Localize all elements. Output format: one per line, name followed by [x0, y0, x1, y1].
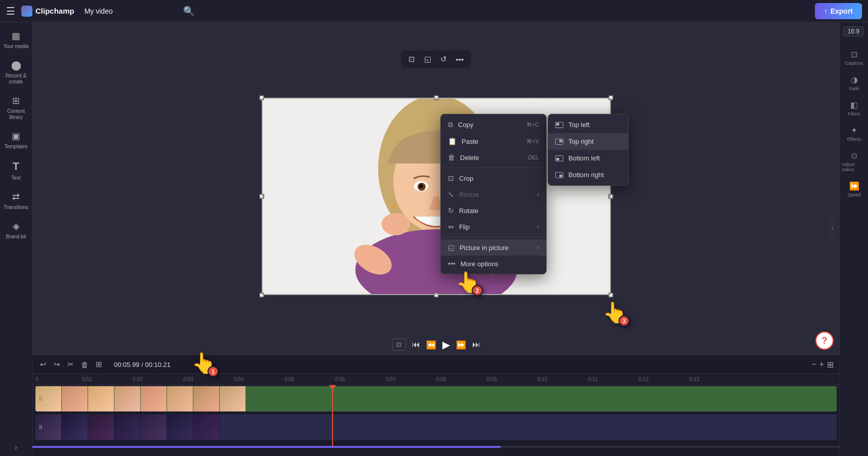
collapse-button[interactable]: ‹	[829, 218, 837, 238]
pip-tl-icon	[555, 122, 563, 128]
handle-right-middle[interactable]	[608, 194, 613, 199]
redo-button[interactable]: ↪	[52, 358, 62, 370]
pip-label: Picture in picture	[460, 244, 509, 252]
sidebar-item-content-library[interactable]: ⊞ Content library	[1, 91, 31, 125]
topbar: ☰ Clipchamp 🔍 ↑ Export	[0, 0, 868, 22]
rewind-button[interactable]: ⏪	[426, 340, 436, 350]
delete-clip-button[interactable]: 🗑	[79, 359, 90, 370]
handle-bottom-right[interactable]	[608, 293, 613, 298]
clip-dark[interactable]: ⏸	[35, 414, 837, 440]
skip-forward-button[interactable]: ⏭	[472, 340, 480, 349]
fade-icon: ◑	[851, 75, 858, 85]
undo-button[interactable]: ↩	[38, 358, 48, 370]
zoom-fit-button[interactable]: ⊞	[827, 360, 834, 369]
ruler-mark-4: 0:04	[234, 377, 243, 382]
video-title-input[interactable]	[80, 5, 177, 17]
rp-item-speed[interactable]: ⏩ Speed	[841, 177, 867, 201]
context-menu-resize: ⤡ Resize ›	[441, 186, 546, 202]
pip-bottom-right[interactable]: Bottom right	[548, 167, 628, 183]
progress-fill	[32, 446, 501, 448]
pip-arrow: ›	[537, 244, 539, 251]
rp-item-filters[interactable]: ◧ Filters	[841, 96, 867, 120]
context-menu-copy[interactable]: ⧉ Copy ⌘+C	[441, 116, 546, 133]
sidebar-item-your-media[interactable]: ▦ Your media	[1, 26, 31, 54]
sidebar-item-transitions[interactable]: ⇄ Transitions	[1, 187, 31, 215]
skip-back-button[interactable]: ⏮	[412, 340, 420, 349]
context-menu-paste[interactable]: 📋 Paste ⌘+V	[441, 133, 546, 149]
clip-woman[interactable]: ⏸	[35, 386, 837, 411]
resize-arrow: ›	[537, 191, 539, 198]
pip-submenu: Top left Top right Bottom left Bottom ri…	[548, 114, 629, 186]
handle-top-middle[interactable]	[434, 95, 439, 100]
handle-top-right[interactable]	[608, 95, 613, 100]
crop-tool-button[interactable]: ⊡	[405, 53, 418, 66]
search-icon[interactable]: 🔍	[183, 6, 194, 17]
sidebar-item-brand-kit[interactable]: ◈ Brand kit	[1, 217, 31, 244]
crop-icon: ⊡	[448, 174, 454, 182]
rp-label-effects: Effects	[847, 137, 861, 142]
content-library-icon: ⊞	[12, 95, 20, 106]
pip-bottom-left[interactable]: Bottom left	[548, 150, 628, 167]
play-button[interactable]: ▶	[442, 339, 450, 351]
ruler-mark-1: 0:01	[82, 377, 92, 382]
hamburger-icon[interactable]: ☰	[6, 5, 15, 17]
progress-bar[interactable]	[32, 446, 840, 448]
pip-bottom-right-label: Bottom right	[568, 171, 604, 179]
copy-icon: ⧉	[448, 120, 453, 129]
templates-icon: ▣	[12, 131, 20, 142]
sidebar-label-record-create: Record & create	[3, 73, 29, 85]
zoom-in-button[interactable]: +	[819, 360, 824, 369]
handle-bottom-left[interactable]	[259, 293, 264, 298]
zoom-out-button[interactable]: −	[811, 360, 816, 369]
pip-top-right[interactable]: Top right	[548, 133, 628, 150]
flip-label: Flip	[459, 223, 470, 231]
playback-controls: ⊡ ⏮ ⏪ ▶ ⏩ ⏭	[392, 339, 480, 351]
rotate-icon: ↻	[448, 206, 454, 215]
context-menu-crop[interactable]: ⊡ Crop	[441, 170, 546, 186]
resize-label: Resize	[459, 191, 479, 198]
loop-tool-button[interactable]: ↺	[437, 53, 450, 66]
speed-icon: ⏩	[849, 181, 859, 191]
fast-forward-button[interactable]: ⏩	[456, 340, 466, 350]
crop-label: Crop	[459, 175, 473, 182]
sidebar-item-templates[interactable]: ▣ Templates	[1, 127, 31, 154]
rp-item-captions[interactable]: ⊡ Captions	[841, 46, 867, 70]
playhead[interactable]	[332, 385, 333, 446]
context-menu-rotate[interactable]: ↻ Rotate	[441, 202, 546, 219]
export-button[interactable]: ↑ Export	[815, 3, 862, 19]
sidebar-label-transitions: Transitions	[4, 204, 28, 211]
ruler-mark-6: 0:06	[335, 377, 345, 382]
timeline-zoom: − + ⊞	[811, 360, 834, 369]
sidebar-item-text[interactable]: T Text	[1, 156, 31, 185]
context-menu-delete[interactable]: 🗑 Delete DEL	[441, 149, 546, 165]
rp-item-effects[interactable]: ✦ Effects	[841, 121, 867, 146]
context-menu-pip[interactable]: ◱ Picture in picture ›	[441, 239, 546, 256]
delete-shortcut: DEL	[528, 154, 539, 160]
pip-tool-button[interactable]: ◱	[421, 53, 434, 66]
copy-label: Copy	[458, 121, 473, 129]
pip-top-right-label: Top right	[568, 138, 594, 145]
context-menu-flip[interactable]: ⇔ Flip ›	[441, 219, 546, 235]
effects-icon: ✦	[851, 126, 857, 135]
duplicate-button[interactable]: ⊞	[94, 358, 104, 370]
more-tool-button[interactable]: •••	[453, 53, 467, 66]
timeline-expand-button[interactable]: ⌃	[857, 2, 864, 12]
delete-icon: 🗑	[448, 153, 455, 161]
copy-shortcut: ⌘+C	[526, 121, 539, 128]
help-button[interactable]: ?	[815, 331, 834, 350]
rp-item-fade[interactable]: ◑ Fade	[841, 71, 867, 95]
crop-button[interactable]: ⊡	[392, 339, 406, 351]
preview-area: ⊡ ◱ ↺ •••	[32, 22, 840, 355]
sidebar-expand-icon[interactable]: ›	[15, 443, 17, 452]
handle-top-left[interactable]	[259, 95, 264, 100]
context-menu-more-options[interactable]: ••• More options	[441, 256, 546, 272]
app-logo: Clipchamp	[21, 6, 74, 17]
pip-top-left[interactable]: Top left	[548, 116, 628, 133]
cut-button[interactable]: ✂	[66, 358, 75, 370]
aspect-ratio-badge[interactable]: 16:9	[843, 26, 864, 36]
rp-item-adjust-colors[interactable]: ⊙ Adjust colors	[841, 147, 867, 176]
ruler-mark-3: 0:03	[183, 377, 193, 382]
handle-left-middle[interactable]	[259, 194, 264, 199]
sidebar-item-record-create[interactable]: ⬤ Record & create	[1, 56, 31, 89]
handle-bottom-middle[interactable]	[434, 293, 439, 298]
